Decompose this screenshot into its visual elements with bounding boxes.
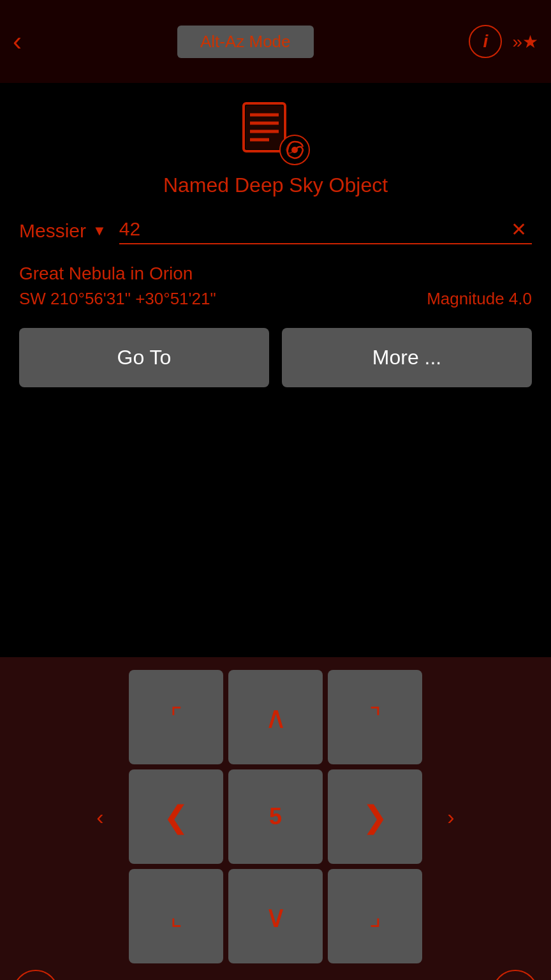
object-type-title: Named Deep Sky Object xyxy=(163,172,388,199)
mode-button[interactable]: Alt-Az Mode xyxy=(177,26,314,58)
galaxy-icon xyxy=(279,134,311,166)
left-nav-icon: ‹ xyxy=(96,805,103,829)
grid-button[interactable] xyxy=(492,970,538,980)
object-coords-row: SW 210°56'31" +30°51'21" Magnitude 4.0 xyxy=(19,289,532,309)
controller-bottom-row xyxy=(0,963,551,980)
action-buttons: Go To More ... xyxy=(19,328,532,387)
catalog-dropdown[interactable]: Messier ▼ xyxy=(19,220,107,242)
favorites-button[interactable]: »★ xyxy=(512,31,538,52)
dir-bottom-left-button[interactable]: ⌞ xyxy=(129,869,223,963)
back-button[interactable]: ‹ xyxy=(13,28,22,55)
object-name: Great Nebula in Orion xyxy=(19,264,532,284)
controller-left-nav[interactable]: ‹ xyxy=(78,794,122,839)
right-arrow-icon: ❯ xyxy=(362,799,388,835)
more-button[interactable]: More ... xyxy=(282,328,532,387)
object-icon-compound xyxy=(240,102,311,166)
dir-left-button[interactable]: ❮ xyxy=(129,769,223,864)
dir-right-button[interactable]: ❯ xyxy=(328,769,422,864)
dir-top-right-button[interactable]: ⌝ xyxy=(328,670,422,764)
left-arrow-icon: ❮ xyxy=(163,799,189,835)
dropdown-arrow-icon: ▼ xyxy=(92,223,107,239)
info-button[interactable]: i xyxy=(469,25,502,58)
controller-right-nav[interactable]: › xyxy=(429,794,473,839)
object-magnitude: Magnitude 4.0 xyxy=(427,289,532,309)
dir-top-left-button[interactable]: ⌜ xyxy=(129,670,223,764)
dir-up-button[interactable]: ∧ xyxy=(228,670,323,764)
corner-tl-icon: ⌜ xyxy=(170,702,182,732)
main-content: Named Deep Sky Object Messier ▼ ✕ Great … xyxy=(0,83,551,657)
speed-value: 5 xyxy=(269,803,282,830)
object-number-input[interactable] xyxy=(119,218,506,240)
down-arrow-icon: ∨ xyxy=(265,898,287,934)
dir-bottom-right-button[interactable]: ⌟ xyxy=(328,869,422,963)
number-input-wrap: ✕ xyxy=(119,218,532,244)
header: ‹ Alt-Az Mode i »★ xyxy=(0,0,551,83)
corner-br-icon: ⌟ xyxy=(369,902,381,931)
clear-button[interactable]: ✕ xyxy=(506,218,532,241)
corner-tr-icon: ⌝ xyxy=(369,702,381,732)
svg-rect-1 xyxy=(246,105,283,149)
controls-row: Messier ▼ ✕ xyxy=(19,218,532,244)
controller-inner: ‹ ⌜ ∧ ⌝ ❮ 5 ❯ ⌞ xyxy=(0,670,551,963)
right-nav-icon: › xyxy=(447,805,454,829)
object-coords: SW 210°56'31" +30°51'21" xyxy=(19,289,216,309)
dir-down-button[interactable]: ∨ xyxy=(228,869,323,963)
dir-center-speed[interactable]: 5 xyxy=(228,769,323,864)
direction-grid: ⌜ ∧ ⌝ ❮ 5 ❯ ⌞ ∨ xyxy=(129,670,422,963)
object-info: Great Nebula in Orion SW 210°56'31" +30°… xyxy=(19,264,532,309)
catalog-selected-label: Messier xyxy=(19,220,86,242)
controller-area: ‹ ⌜ ∧ ⌝ ❮ 5 ❯ ⌞ xyxy=(0,657,551,980)
layers-button[interactable] xyxy=(13,970,59,980)
corner-bl-icon: ⌞ xyxy=(170,902,182,931)
object-icon-area: Named Deep Sky Object xyxy=(19,102,532,199)
header-right-controls: i »★ xyxy=(469,25,538,58)
goto-button[interactable]: Go To xyxy=(19,328,269,387)
up-arrow-icon: ∧ xyxy=(265,699,287,735)
